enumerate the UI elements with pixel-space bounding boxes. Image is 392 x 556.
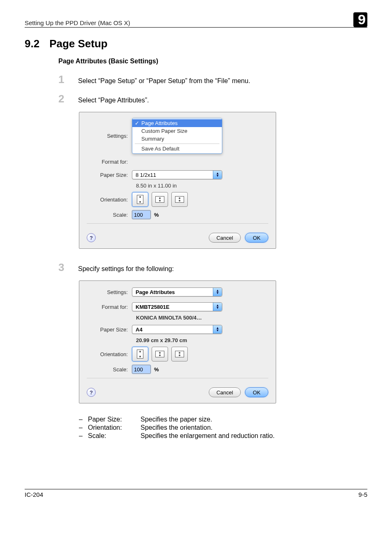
help-button[interactable]: ?: [87, 233, 96, 242]
page-header-title: Setting Up the PPD Driver (Mac OS X): [25, 19, 130, 26]
format-for-label: Format for:: [87, 159, 132, 165]
paper-size-value: 8 1/2x11: [136, 172, 156, 178]
scale-input[interactable]: 100: [132, 210, 151, 219]
menu-item-custom-paper-size[interactable]: Custom Paper Size: [132, 127, 222, 135]
orientation-portrait-button[interactable]: [132, 347, 148, 361]
percent-label: %: [154, 366, 159, 373]
menu-item-page-attributes[interactable]: Page Attributes: [132, 119, 222, 127]
definition-desc: Specifies the paper size.: [141, 416, 212, 423]
settings-label: Settings:: [87, 289, 132, 295]
step-number: 2: [58, 93, 68, 105]
paper-size-label: Paper Size:: [87, 327, 132, 333]
definition-desc: Specifies the enlargement and reduction …: [141, 432, 274, 440]
orientation-portrait-button[interactable]: [132, 192, 148, 207]
definition-row: – Scale: Specifies the enlargement and r…: [79, 432, 367, 440]
chevron-up-down-icon: ▲▼: [213, 325, 222, 334]
definition-row: – Orientation: Specifies the orientation…: [79, 424, 367, 431]
page-setup-dialog: Settings: Page Attributes ▲▼ Format for:…: [79, 280, 276, 403]
orientation-label: Orientation:: [87, 197, 132, 203]
chevron-up-down-icon: ▲▼: [213, 171, 222, 179]
step-text: Select “Page Attributes”.: [78, 97, 149, 104]
dialog-separator: [87, 223, 268, 224]
definition-term: Scale:: [88, 432, 137, 440]
orientation-landscape-button[interactable]: [152, 347, 168, 361]
step-2: 2 Select “Page Attributes”.: [58, 93, 367, 105]
definition-term: Paper Size:: [88, 416, 137, 423]
section-number: 9.2: [25, 37, 39, 50]
settings-dropdown[interactable]: Page Attributes ▲▼: [132, 287, 222, 297]
page-setup-dialog-open-menu: Settings: Page Attributes Custom Paper S…: [79, 112, 276, 249]
step-3: 3 Specify settings for the following:: [58, 261, 367, 274]
orientation-landscape-button[interactable]: [152, 192, 168, 207]
orientation-label: Orientation:: [87, 351, 132, 357]
dialog-separator: [87, 378, 268, 378]
menu-item-summary[interactable]: Summary: [132, 135, 222, 143]
settings-label: Settings:: [87, 133, 132, 139]
paper-size-dropdown[interactable]: A4 ▲▼: [132, 325, 222, 334]
settings-value: Page Attributes: [136, 289, 175, 295]
cancel-button[interactable]: Cancel: [209, 387, 241, 397]
chapter-badge: 9: [351, 12, 367, 29]
chevron-up-down-icon: ▲▼: [213, 288, 222, 296]
dash-icon: –: [79, 424, 85, 431]
subsection-title: Page Attributes (Basic Settings): [58, 58, 367, 65]
menu-separator: [135, 144, 219, 144]
paper-size-value: A4: [136, 327, 143, 333]
definition-row: – Paper Size: Specifies the paper size.: [79, 416, 367, 423]
step-number: 1: [58, 73, 68, 86]
footer-right: 9-5: [358, 491, 367, 498]
chapter-number: 9: [358, 12, 366, 28]
definition-term: Orientation:: [88, 424, 137, 431]
paper-dimensions: 20.99 cm x 29.70 cm: [136, 337, 268, 343]
scale-label: Scale:: [87, 212, 132, 218]
page-footer: IC-204 9-5: [25, 489, 367, 498]
orientation-landscape-flip-button[interactable]: [171, 192, 188, 207]
section-title: Page Setup: [49, 37, 108, 50]
step-1: 1 Select “Page Setup” or “Paper Setup” f…: [58, 73, 367, 86]
dash-icon: –: [79, 416, 85, 423]
menu-item-save-as-default[interactable]: Save As Default: [132, 145, 222, 153]
format-for-dropdown[interactable]: KMBT25801E ▲▼: [132, 302, 222, 311]
footer-left: IC-204: [25, 491, 43, 498]
percent-label: %: [154, 212, 159, 218]
paper-dimensions: 8.50 in x 11.00 in: [136, 183, 268, 189]
settings-dropdown-open[interactable]: Page Attributes Custom Paper Size Summar…: [132, 118, 222, 154]
cancel-button[interactable]: Cancel: [209, 233, 241, 243]
paper-size-dropdown[interactable]: 8 1/2x11 ▲▼: [132, 170, 222, 179]
definition-desc: Specifies the orientation.: [141, 424, 212, 431]
help-button[interactable]: ?: [87, 388, 96, 397]
scale-input[interactable]: 100: [132, 365, 151, 374]
orientation-landscape-flip-button[interactable]: [171, 347, 188, 361]
step-number: 3: [58, 261, 68, 274]
dash-icon: –: [79, 432, 85, 440]
format-for-subtext: KONICA MINOLTA 500/4…: [136, 315, 268, 321]
format-for-label: Format for:: [87, 304, 132, 310]
ok-button[interactable]: OK: [245, 387, 268, 397]
scale-label: Scale:: [87, 366, 132, 373]
scale-value: 100: [134, 212, 143, 218]
paper-size-label: Paper Size:: [87, 172, 132, 178]
definitions-list: – Paper Size: Specifies the paper size. …: [79, 416, 367, 440]
ok-button[interactable]: OK: [245, 233, 268, 243]
format-for-value: KMBT25801E: [136, 304, 169, 310]
chevron-up-down-icon: ▲▼: [213, 303, 222, 311]
step-text: Select “Page Setup” or “Paper Setup” fro…: [78, 77, 250, 85]
section-heading: 9.2 Page Setup: [25, 37, 367, 50]
page-header: Setting Up the PPD Driver (Mac OS X) 9: [25, 12, 367, 28]
step-text: Specify settings for the following:: [78, 265, 174, 273]
scale-value: 100: [134, 366, 143, 373]
